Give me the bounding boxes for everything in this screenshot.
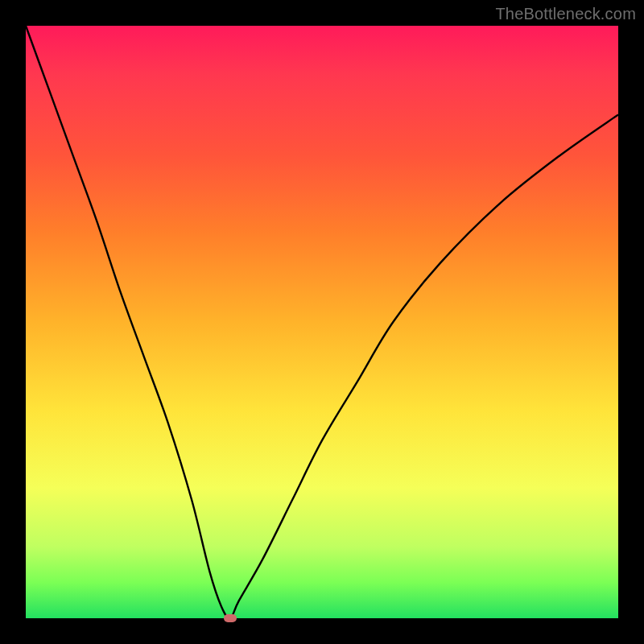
chart-plot-area xyxy=(26,26,618,618)
optimum-marker xyxy=(224,614,237,622)
curve-path xyxy=(26,26,618,618)
bottleneck-curve xyxy=(26,26,618,618)
chart-frame: TheBottleneck.com xyxy=(0,0,644,644)
watermark-text: TheBottleneck.com xyxy=(495,5,636,23)
